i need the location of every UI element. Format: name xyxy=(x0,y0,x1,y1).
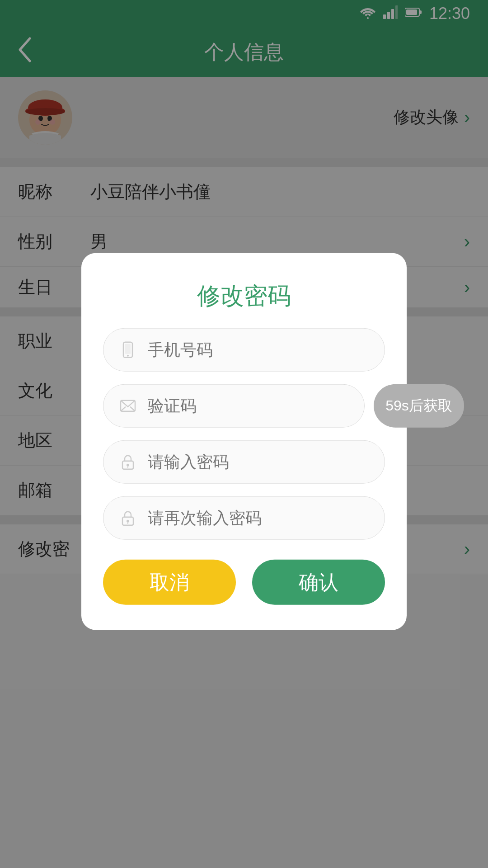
phone-input[interactable] xyxy=(148,340,371,359)
change-password-modal: 修改密码 xyxy=(81,253,407,630)
phone-icon xyxy=(117,339,139,361)
modal-inputs: 59s后获取 xyxy=(103,328,385,540)
verify-input-wrap xyxy=(103,384,365,428)
verify-icon xyxy=(117,395,139,417)
svg-rect-17 xyxy=(125,344,131,354)
cancel-button[interactable]: 取消 xyxy=(103,560,236,605)
phone-input-row xyxy=(103,328,385,372)
password-input[interactable] xyxy=(148,453,371,472)
svg-point-18 xyxy=(127,355,129,357)
verify-code-row: 59s后获取 xyxy=(103,384,385,428)
lock2-icon xyxy=(117,507,139,529)
svg-line-21 xyxy=(130,407,135,411)
modal-buttons: 取消 确认 xyxy=(103,560,385,605)
password-input-row xyxy=(103,440,385,484)
verify-input[interactable] xyxy=(148,396,351,415)
get-code-button[interactable]: 59s后获取 xyxy=(374,384,464,428)
svg-line-20 xyxy=(121,407,126,411)
modal-title: 修改密码 xyxy=(197,280,291,312)
svg-point-23 xyxy=(127,464,129,467)
repassword-input-row xyxy=(103,496,385,540)
lock-icon xyxy=(117,451,139,473)
svg-point-26 xyxy=(127,520,129,523)
repassword-input[interactable] xyxy=(148,509,371,528)
modal-overlay: 修改密码 xyxy=(0,0,488,868)
confirm-button[interactable]: 确认 xyxy=(252,560,385,605)
